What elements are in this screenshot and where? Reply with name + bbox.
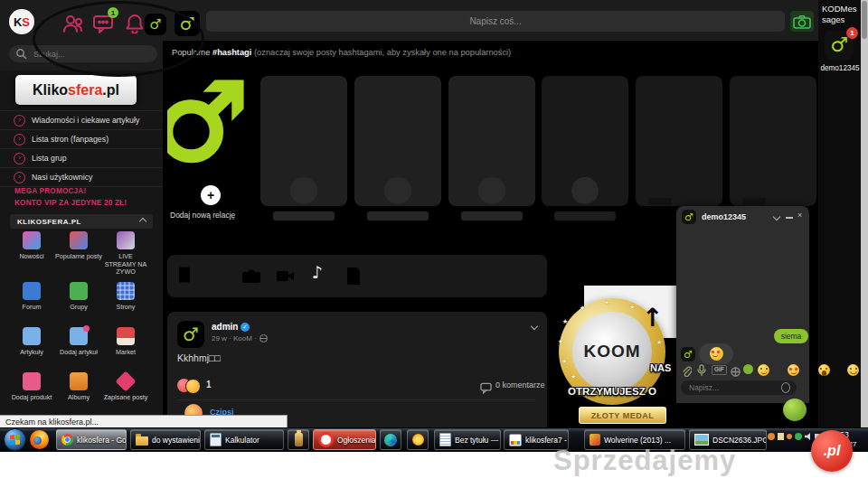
tray-icon[interactable] (787, 434, 792, 439)
add-story-plus-icon[interactable]: + (201, 185, 221, 205)
story-card[interactable] (542, 76, 628, 206)
page-scrollbar[interactable] (861, 0, 868, 427)
section-title: KLIKOSFERA.PL (17, 218, 81, 226)
sidebar-section-header[interactable]: KLIKOSFERA.PL (10, 214, 153, 229)
taskbar-button-calculator[interactable]: Kalkulator (204, 429, 284, 450)
floating-avatar-bubble[interactable] (783, 399, 807, 421)
sidebar-tile-live[interactable]: LIVE STREAMY NA ŻYWO (102, 231, 149, 277)
taskbar-button-notepad[interactable]: Bez tytułu — Not... (434, 429, 501, 450)
chat-quick-like-icon[interactable] (743, 364, 753, 374)
sidebar-tile-strony[interactable]: Strony (102, 282, 149, 312)
story-card[interactable] (448, 76, 535, 206)
taskbar-label: do wystawienia (152, 436, 201, 445)
chat-header-avatar[interactable]: ♂ (682, 210, 696, 224)
male-symbol-icon: ♂ (684, 212, 693, 222)
tray-icon[interactable] (768, 433, 775, 440)
sidebar-tile-popularne[interactable]: Popularne posty (55, 231, 102, 261)
camera-button[interactable] (790, 11, 814, 32)
chat-sticker-icon[interactable] (731, 364, 741, 380)
tile-label: Dodaj produkt (8, 394, 55, 402)
screenshot-root: KS 1 ♂ ♂ Napisz coś... KODMes sages ♂ 1 … (0, 0, 868, 488)
rail-brand-line1: KODMes (822, 4, 857, 14)
sidebar-tile-dodaj-produkt[interactable]: Dodaj produkt (8, 372, 55, 402)
video-icon[interactable] (275, 266, 297, 286)
windows-logo-icon (10, 434, 20, 445)
laughing-emoji-icon[interactable] (758, 364, 769, 376)
chat-minimize-icon[interactable] (786, 217, 793, 219)
sidebar-item-users[interactable]: ›Nasi użytkownicy (0, 168, 163, 187)
start-button[interactable] (4, 428, 26, 451)
tile-label: Forum (8, 304, 55, 312)
post-text: Kkhhmj□□ (177, 352, 221, 363)
edge-icon (384, 434, 397, 446)
male-symbol-icon: ♂ (183, 325, 199, 343)
taskbar-button-chrome[interactable]: klikosfera - Googl... (56, 429, 127, 450)
like-count[interactable]: 1 (206, 380, 212, 389)
taskbar-button-opera[interactable]: Ogłoszenia - Sprz... (313, 429, 376, 450)
comment-icon (480, 381, 492, 398)
volume-icon[interactable] (805, 433, 812, 440)
post-author-name[interactable]: admin (212, 322, 238, 332)
taskbar-button-edge[interactable] (380, 429, 401, 450)
text-post-icon[interactable] (207, 266, 229, 286)
chat-message-input[interactable] (687, 382, 781, 393)
site-logo[interactable]: Klikosfera.pl (15, 75, 137, 105)
photo-icon[interactable] (241, 266, 262, 286)
music-icon[interactable]: ♪ (312, 264, 323, 281)
chat-gif-button[interactable]: GIF (712, 365, 727, 375)
comments-count[interactable]: 0 komentarze (495, 380, 545, 389)
taskbar-label: Kalkulator (225, 436, 259, 445)
cursor-arrow-icon: ↑ (642, 303, 663, 333)
arrow-circle-icon: › (14, 153, 25, 164)
sidebar-tile-grupy[interactable]: Grupy (55, 282, 102, 312)
sidebar-tile-dodaj-artykul[interactable]: Dodaj artykuł (55, 327, 102, 357)
sidebar-tile-forum[interactable]: Forum (8, 282, 55, 312)
hashtags-link[interactable]: #hashtagi (212, 48, 251, 57)
scrollbar-thumb[interactable] (862, 1, 867, 39)
tray-icon[interactable] (778, 433, 784, 440)
sidebar-item-label: Lista grup (32, 154, 67, 163)
chat-input-bar[interactable] (681, 380, 797, 395)
sidebar-item-fanpages[interactable]: ›Lista stron (fanpages) (0, 130, 163, 149)
sidebar-tile-albumy[interactable]: Albumy (55, 372, 102, 402)
story-card[interactable] (636, 76, 722, 206)
firefox-icon[interactable] (30, 430, 49, 449)
sidebar-tile-nowosci[interactable]: Nowości (8, 231, 55, 261)
chat-attach-icon[interactable] (682, 364, 692, 380)
sidebar-item-groups[interactable]: ›Lista grup (0, 149, 163, 168)
taskbar-button-folder[interactable]: do wystawienia (130, 429, 201, 450)
taskbar-button-weather[interactable] (407, 429, 429, 450)
story-card[interactable] (730, 76, 816, 206)
gold-medal-button[interactable]: ZŁOTY MEDAL (579, 407, 666, 424)
sidebar-tile-market[interactable]: Market (102, 327, 149, 357)
saved-posts-icon (115, 371, 136, 391)
post-composer-field[interactable]: Napisz coś... (206, 11, 785, 32)
tray-icon[interactable] (795, 433, 802, 440)
story-notch (648, 198, 672, 205)
story-card[interactable] (354, 76, 441, 206)
contact-username: demo12345 (816, 64, 863, 72)
taskbar-label: Wolverine (2013) ... (604, 436, 671, 445)
story-avatar-placeholder (384, 177, 411, 204)
taskbar-button-gold-app[interactable] (288, 429, 309, 450)
post-author-avatar[interactable]: ♂ (177, 321, 204, 348)
sidebar-item-label: Wiadomości i ciekawe artykuły (32, 116, 139, 125)
smiley-icon[interactable] (781, 382, 790, 393)
taskbar-label: klikosfera7 - Paint (525, 436, 569, 445)
chat-mic-icon[interactable] (697, 363, 706, 380)
surprised-emoji-icon[interactable] (818, 364, 830, 376)
reaction-thumb-icon[interactable] (185, 379, 201, 394)
hashtags-strip: Popularne #hashtagi (oznaczaj swoje post… (172, 48, 511, 57)
sidebar-tile-zapisane[interactable]: Zapisane posty (102, 372, 149, 402)
notepad-icon (439, 433, 451, 446)
promo-line2[interactable]: KONTO VIP ZA JEDYNE 20 ZŁ! (14, 199, 127, 207)
tile-label: Zapisane posty (102, 394, 149, 402)
ks-logo[interactable]: KS (9, 9, 34, 34)
story-card[interactable] (260, 76, 347, 206)
note-icon[interactable] (344, 266, 363, 286)
news-icon (23, 231, 41, 249)
sidebar-tile-artykuly[interactable]: Artykuły (8, 327, 55, 357)
chat-close-icon[interactable]: × (797, 211, 802, 220)
sidebar-item-news[interactable]: ›Wiadomości i ciekawe artykuły (0, 111, 163, 130)
news-feed-icon[interactable] (175, 266, 193, 286)
